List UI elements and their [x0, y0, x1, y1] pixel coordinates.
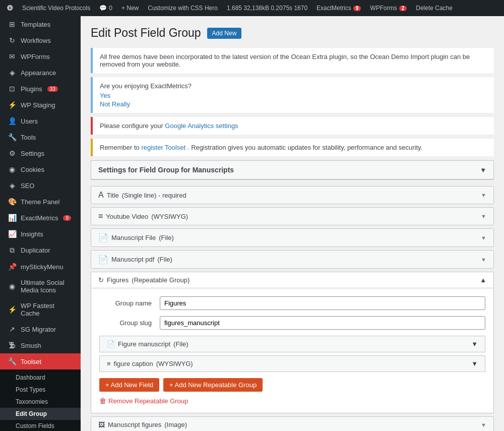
google-analytics-notice: Please configure your Google Analytics s…	[91, 117, 494, 135]
sidebar-item-theme-panel[interactable]: 🎨 Theme Panel	[0, 194, 81, 210]
sidebar-item-mystickymenu[interactable]: 📌 myStickyMenu	[0, 259, 81, 275]
wp-icon: 🅦	[7, 5, 13, 12]
wpforms-count: 2	[399, 6, 407, 11]
submenu-post-types[interactable]: Post Types	[0, 384, 81, 396]
title-field-chevron: ▼	[481, 192, 486, 198]
smush-icon: 🗜	[8, 341, 17, 349]
sidebar-item-wpforms[interactable]: ✉ WPForms	[0, 48, 81, 65]
sidebar-item-appearance[interactable]: ◈ Appearance	[0, 65, 81, 81]
duplicator-icon: ⧉	[8, 246, 17, 255]
group-slug-input[interactable]	[160, 316, 485, 330]
figures-group-body: Group name Group slug 📄 Figure manuscrip…	[91, 288, 493, 413]
exactmetrics-notice: Are you enjoying ExactMetrics? Yes Not R…	[91, 77, 494, 113]
sidebar-item-exactmetrics[interactable]: 📊 ExactMetrics 9	[0, 210, 81, 226]
figure-manuscript-type: (File)	[173, 340, 188, 348]
manuscript-figures-type: (Image)	[164, 421, 187, 428]
figures-group-icon: ↻	[98, 276, 104, 284]
group-slug-row: Group slug	[99, 316, 485, 330]
sidebar-item-smush[interactable]: 🗜 Smush	[0, 337, 81, 353]
manuscript-pdf-chevron: ▼	[481, 257, 486, 263]
manuscript-figures-header[interactable]: 🖼 Manuscript figures (Image) ▼	[91, 417, 493, 431]
register-toolset-link[interactable]: register Toolset	[141, 144, 185, 151]
sidebar-item-wp-fastest-cache[interactable]: ⚡ WP Fastest Cache	[0, 298, 81, 321]
youtube-field-header[interactable]: ≡ Youtube Video (WYSIWYG) ▼	[91, 208, 493, 225]
manuscript-pdf-icon: 📄	[98, 255, 108, 264]
title-field-type: (Single line) - required	[122, 192, 186, 199]
sidebar-item-settings[interactable]: ⚙ Settings	[0, 145, 81, 161]
settings-chevron: ▼	[480, 166, 486, 174]
wpforms-bar-link[interactable]: WPForms 2	[367, 0, 410, 16]
cookies-icon: ◉	[8, 165, 17, 173]
comments-link[interactable]: 💬 0	[96, 0, 115, 16]
sidebar-item-tools[interactable]: 🔧 Tools	[0, 129, 81, 145]
add-new-field-button[interactable]: + Add New Field	[99, 378, 159, 392]
figure-caption-header[interactable]: ≡ figure caption (WYSIWYG) ▼	[100, 356, 485, 372]
youtube-field-type: (WYSIWYG)	[151, 213, 188, 220]
group-name-input[interactable]	[160, 296, 485, 310]
figure-caption-type: (WYSIWYG)	[156, 360, 193, 367]
customize-button[interactable]: Customize with CSS Hero	[145, 0, 221, 16]
mystickymenu-icon: 📌	[8, 263, 17, 271]
figure-caption-item: ≡ figure caption (WYSIWYG) ▼	[99, 355, 485, 372]
sg-migrator-icon: ↗	[8, 325, 17, 333]
figures-repeatable-group: ↻ Figures (Repeatable Group) ▲ Group nam…	[91, 272, 494, 413]
site-name[interactable]: Scientific Video Protocols	[19, 0, 93, 16]
manuscript-file-icon: 📄	[98, 233, 108, 242]
yes-link[interactable]: Yes	[100, 92, 487, 99]
wp-staging-icon: ⚡	[8, 101, 17, 109]
sidebar-item-plugins[interactable]: ⊡ Plugins 33	[0, 81, 81, 97]
sidebar-item-sg-migrator[interactable]: ↗ SG Migrator	[0, 321, 81, 337]
submenu-custom-fields[interactable]: Custom Fields	[0, 420, 81, 431]
toolset-submenu: Dashboard Post Types Taxonomies Edit Gro…	[0, 370, 81, 431]
group-name-row: Group name	[99, 296, 485, 310]
manuscript-file-label: Manuscript File	[111, 234, 156, 241]
workflows-icon: ↻	[8, 36, 17, 44]
youtube-field-chevron: ▼	[481, 213, 486, 219]
sidebar-item-wp-staging[interactable]: ⚡ WP Staging	[0, 97, 81, 113]
sidebar-item-workflows[interactable]: ↻ Workflows	[0, 32, 81, 48]
remove-repeatable-link[interactable]: 🗑 Remove Repeatable Group	[99, 397, 485, 405]
delete-cache-button[interactable]: Delete Cache	[413, 0, 456, 16]
settings-section: Settings for Field Group for Manuscripts…	[91, 160, 494, 180]
sidebar-item-users[interactable]: 👤 Users	[0, 113, 81, 129]
sidebar-item-duplicator[interactable]: ⧉ Duplicator	[0, 242, 81, 259]
exactmetrics-bar-link[interactable]: ExactMetrics 9	[313, 0, 364, 16]
submenu-dashboard[interactable]: Dashboard	[0, 372, 81, 384]
sidebar-item-toolset[interactable]: 🔧 Toolset	[0, 353, 81, 370]
figures-group-header[interactable]: ↻ Figures (Repeatable Group) ▲	[91, 272, 493, 288]
toolset-notice: Remember to register Toolset . Registrat…	[91, 139, 494, 156]
insights-icon: 📈	[8, 230, 17, 238]
sidebar-item-seo[interactable]: ◈ SEO	[0, 177, 81, 194]
add-new-repeatable-button[interactable]: + Add New Repeatable Group	[163, 378, 263, 392]
not-really-link[interactable]: Not Really	[100, 100, 487, 108]
manuscript-pdf-title: 📄 Manuscript pdf (File)	[98, 255, 172, 264]
wp-logo[interactable]: 🅦	[4, 0, 16, 16]
title-field-header[interactable]: A Title (Single line) - required ▼	[91, 187, 493, 204]
exactmetrics-notice-links: Yes Not Really	[100, 92, 487, 108]
manuscript-file-header[interactable]: 📄 Manuscript File (File) ▼	[91, 229, 493, 247]
sidebar-item-insights[interactable]: 📈 Insights	[0, 226, 81, 242]
figures-group-chevron: ▲	[480, 276, 486, 284]
sidebar-item-ultimate-social[interactable]: ◉ Ultimate Social Media Icons	[0, 275, 81, 298]
sidebar-item-cookies[interactable]: ◉ Cookies	[0, 161, 81, 177]
figure-manuscript-header[interactable]: 📄 Figure manuscript (File) ▼	[100, 336, 485, 352]
sidebar-item-templates[interactable]: ⊞ Templates	[0, 16, 81, 32]
new-post-button[interactable]: + New	[118, 0, 142, 16]
title-field-title: A Title (Single line) - required	[98, 191, 186, 200]
figure-manuscript-icon: 📄	[107, 340, 115, 348]
submenu-edit-group[interactable]: Edit Group	[0, 408, 81, 420]
add-new-button[interactable]: Add New	[207, 28, 242, 39]
youtube-field-label: Youtube Video	[106, 213, 148, 220]
submenu-taxonomies[interactable]: Taxonomies	[0, 396, 81, 408]
figures-group-label: Figures	[107, 276, 129, 284]
settings-header[interactable]: Settings for Field Group for Manuscripts…	[91, 161, 493, 179]
manuscript-pdf-label: Manuscript pdf	[111, 256, 154, 263]
wp-layout: ⊞ Templates ↻ Workflows ✉ WPForms ◈ Appe…	[0, 16, 504, 431]
templates-icon: ⊞	[8, 20, 17, 28]
settings-title: Settings for Field Group for Manuscripts	[98, 166, 234, 174]
theme-panel-icon: 🎨	[8, 198, 17, 206]
manuscript-pdf-header[interactable]: 📄 Manuscript pdf (File) ▼	[91, 251, 493, 268]
google-analytics-link[interactable]: Google Analytics settings	[165, 122, 238, 130]
exactmetrics-count: 9	[353, 6, 361, 11]
youtube-field-item: ≡ Youtube Video (WYSIWYG) ▼	[91, 207, 494, 225]
